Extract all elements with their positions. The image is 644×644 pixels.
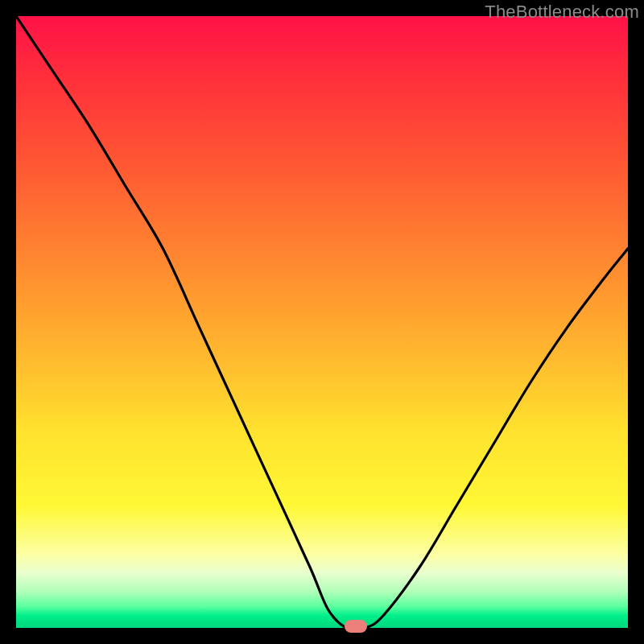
- attribution-text: TheBottleneck.com: [485, 2, 639, 23]
- bottleneck-curve: [16, 16, 628, 628]
- chart-frame: TheBottleneck.com: [0, 0, 644, 644]
- optimal-marker: [345, 620, 367, 633]
- plot-area: [16, 16, 628, 628]
